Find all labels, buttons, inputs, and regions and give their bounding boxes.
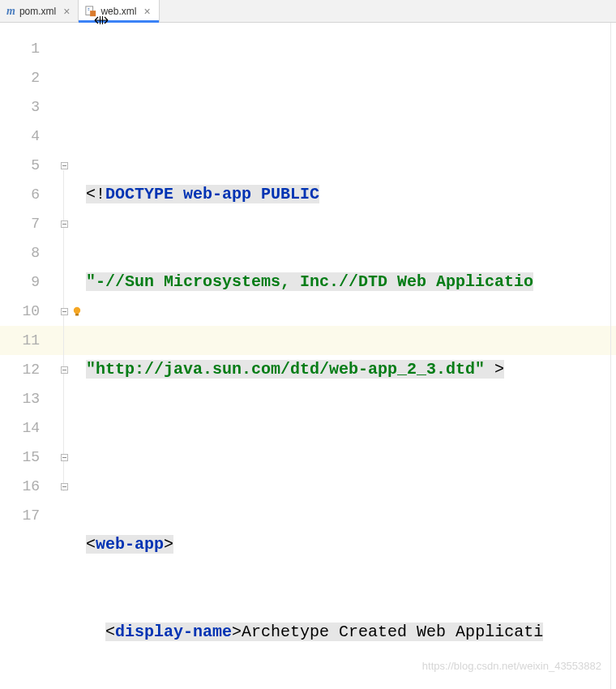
editor-area[interactable]: 1 2 3 4 5 6 7 8 9 10 11 12 13 14 15 16 1… [0, 23, 616, 689]
line-number: 10 [6, 297, 40, 326]
svg-point-10 [74, 307, 80, 314]
svg-rect-11 [75, 314, 79, 316]
svg-rect-2 [100, 16, 101, 24]
svg-rect-3 [102, 16, 103, 24]
line-number: 17 [6, 501, 40, 530]
fold-toggle-icon[interactable] [58, 355, 70, 384]
fold-toggle-icon[interactable] [58, 209, 70, 238]
code-content[interactable]: <!DOCTYPE web-app PUBLIC "-//Sun Microsy… [84, 23, 616, 689]
lightbulb-icon[interactable] [70, 297, 84, 326]
line-number: 8 [6, 238, 40, 267]
line-number-gutter: 1 2 3 4 5 6 7 8 9 10 11 12 13 14 15 16 1… [0, 23, 58, 689]
line-number: 1 [6, 34, 40, 63]
tab-pom[interactable]: m pom.xml × [0, 0, 79, 22]
code-line[interactable]: <web-app> [84, 530, 616, 559]
fold-toggle-icon[interactable] [58, 151, 70, 180]
fold-end-icon[interactable] [58, 443, 70, 472]
code-line[interactable] [84, 443, 616, 472]
code-line[interactable]: <display-name>Archetype Created Web Appl… [84, 618, 616, 647]
line-number: 4 [6, 122, 40, 151]
line-number: 7 [6, 209, 40, 238]
code-line[interactable]: "http://java.sun.com/dtd/web-app_2_3.dtd… [84, 355, 616, 384]
line-number: 5 [6, 151, 40, 180]
maven-icon: m [6, 5, 15, 18]
drag-cursor-icon [94, 15, 109, 28]
line-number: 13 [6, 384, 40, 413]
tab-web[interactable]: web.xml × [79, 0, 159, 22]
line-number: 2 [6, 63, 40, 92]
line-number: 6 [6, 180, 40, 209]
warning-underline-icon [91, 143, 102, 149]
fold-end-icon[interactable] [58, 472, 70, 501]
line-number: 9 [6, 267, 40, 297]
line-number: 12 [6, 355, 40, 384]
tab-label: pom.xml [19, 6, 56, 17]
annotation-gutter [70, 23, 84, 689]
watermark-text: https://blog.csdn.net/weixin_43553882 [422, 652, 601, 681]
close-icon[interactable]: × [142, 5, 152, 18]
line-number: 11 [6, 326, 40, 355]
line-number: 15 [6, 443, 40, 472]
line-number: 16 [6, 472, 40, 501]
tab-bar: m pom.xml × web.xml × [0, 0, 616, 23]
fold-gutter [58, 23, 70, 689]
code-line[interactable]: <!DOCTYPE web-app PUBLIC [84, 180, 616, 209]
line-number: 3 [6, 92, 40, 122]
line-number: 14 [6, 413, 40, 443]
code-line[interactable]: "-//Sun Microsystems, Inc.//DTD Web Appl… [84, 267, 616, 297]
close-icon[interactable]: × [62, 5, 71, 18]
fold-end-icon[interactable] [58, 297, 70, 326]
